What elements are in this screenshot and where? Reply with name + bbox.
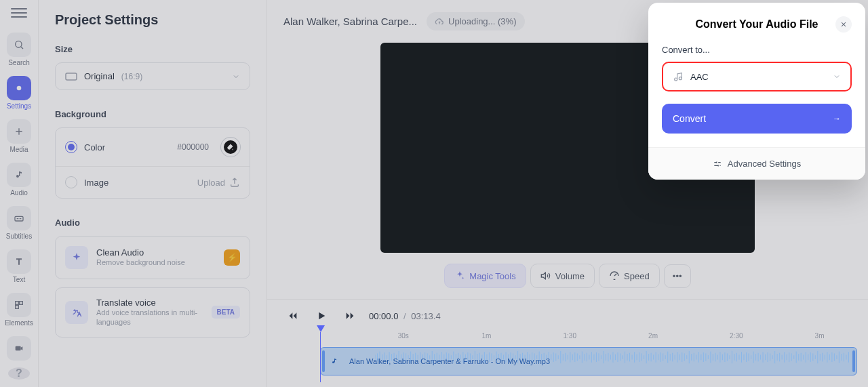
audio-label: Audio [55, 218, 250, 228]
media-icon [7, 119, 31, 144]
settings-panel: Project Settings Size Original (16:9) Ba… [39, 0, 267, 387]
clip-label: Alan Walker, Sabrina Carpenter & Farruko… [349, 357, 550, 365]
clean-audio-card[interactable]: Clean Audio Remove background noise ⚡ [55, 236, 250, 279]
cloud-upload-icon [435, 17, 444, 26]
track-area[interactable]: Alan Walker, Sabrina Carpenter & Farruko… [320, 344, 857, 378]
nav-record[interactable] [0, 333, 38, 363]
help-button[interactable]: ? [8, 367, 30, 380]
size-ratio: (16:9) [121, 72, 142, 81]
bg-image-row[interactable]: Image Upload [56, 167, 250, 198]
audio-clip[interactable]: Alan Walker, Sabrina Carpenter & Farruko… [320, 347, 857, 375]
speed-button[interactable]: Speed [599, 264, 660, 288]
play-button[interactable] [312, 306, 331, 325]
project-title[interactable]: Alan Walker, Sabrina Carpe... [283, 16, 417, 27]
nav-audio[interactable]: Audio [0, 160, 38, 199]
speed-icon [609, 270, 620, 281]
modal-title: Convert Your Audio File [678, 18, 835, 30]
nav-media[interactable]: Media [0, 117, 38, 156]
panel-title: Project Settings [55, 12, 250, 28]
nav-label: Search [8, 59, 30, 66]
nav-settings[interactable]: Settings [0, 73, 38, 113]
clean-sub: Remove background noise [96, 258, 216, 267]
advanced-label: Advanced Settings [728, 159, 801, 169]
audio-icon [7, 163, 31, 187]
clip-handle-right[interactable] [852, 350, 855, 372]
image-radio[interactable] [65, 176, 77, 188]
nav-elements[interactable]: Elements [0, 290, 38, 329]
volume-button[interactable]: Volume [530, 264, 595, 288]
convert-label: Convert to... [662, 45, 852, 55]
music-icon [330, 357, 338, 365]
ruler-tick: 3m [815, 332, 825, 340]
background-label: Background [55, 109, 250, 119]
translate-voice-card[interactable]: Translate voice Add voice translations i… [55, 287, 250, 338]
wand-icon [454, 270, 465, 281]
chevron-down-icon [833, 73, 841, 81]
upload-button[interactable]: Upload [197, 177, 240, 188]
size-label: Size [55, 44, 250, 54]
nav-sidebar: Search Settings Media Audio Subtitles [0, 0, 39, 387]
svg-rect-7 [66, 73, 77, 80]
svg-rect-2 [15, 216, 23, 221]
time-sep: / [403, 311, 406, 321]
svg-rect-4 [20, 302, 23, 305]
close-button[interactable] [835, 16, 852, 33]
skip-back-button[interactable] [283, 306, 302, 325]
nav-subtitles[interactable]: Subtitles [0, 203, 38, 243]
advanced-settings-button[interactable]: Advanced Settings [648, 147, 865, 180]
image-label: Image [84, 178, 108, 188]
fill-icon [226, 143, 235, 151]
more-button[interactable]: ••• [664, 264, 691, 288]
close-icon [840, 21, 847, 28]
volume-label: Volume [555, 271, 585, 281]
ruler-tick: 2:30 [730, 332, 743, 340]
ruler-tick: 30s [398, 332, 409, 340]
translate-sub: Add voice translations in multi-language… [96, 308, 203, 327]
svg-rect-5 [16, 306, 19, 309]
skip-forward-button[interactable] [340, 306, 359, 325]
nav-label: Elements [5, 319, 33, 327]
svg-rect-3 [16, 302, 19, 305]
upload-label: Upload [197, 178, 225, 188]
format-select[interactable]: AAC [662, 62, 852, 91]
menu-icon[interactable] [11, 8, 27, 18]
clean-title: Clean Audio [96, 247, 216, 258]
translate-title: Translate voice [96, 298, 203, 308]
tool-row: Magic Tools Volume Speed ••• [267, 253, 868, 299]
ruler[interactable]: 30s 1m 1:30 2m 2:30 3m [320, 332, 857, 344]
ruler-tick: 1:30 [564, 332, 576, 340]
nav-label: Settings [7, 102, 31, 110]
color-swatch[interactable] [221, 138, 240, 157]
nav-label: Text [13, 276, 25, 283]
chevron-down-icon [232, 73, 240, 81]
color-radio[interactable] [65, 141, 77, 153]
arrow-right-icon: → [833, 114, 841, 123]
nav-search[interactable]: Search [0, 30, 38, 69]
upload-status: Uploading... (3%) [427, 12, 524, 30]
ruler-tick: 2m [648, 332, 658, 340]
magic-tools-button[interactable]: Magic Tools [444, 264, 526, 288]
clip-handle-left[interactable] [322, 350, 325, 372]
convert-modal: Convert Your Audio File Convert to... AA… [648, 3, 865, 180]
size-select[interactable]: Original (16:9) [55, 62, 250, 90]
beta-badge: BETA [212, 306, 240, 319]
time-total: 03:13.4 [411, 311, 440, 321]
playhead[interactable] [320, 332, 321, 382]
nav-label: Media [9, 146, 28, 153]
aspect-icon [65, 73, 77, 81]
color-label: Color [84, 142, 105, 152]
text-icon [7, 249, 31, 274]
more-icon: ••• [673, 271, 682, 281]
svg-point-0 [16, 41, 22, 47]
color-hex: #000000 [177, 142, 209, 152]
convert-button[interactable]: Convert → [662, 104, 852, 134]
bg-color-row[interactable]: Color #000000 [56, 128, 250, 167]
translate-icon [65, 301, 88, 324]
sliders-icon [713, 159, 722, 169]
nav-text[interactable]: Text [0, 247, 38, 286]
speed-label: Speed [624, 271, 650, 281]
svg-rect-6 [16, 346, 21, 351]
time-current: 00:00.0 [369, 311, 398, 321]
size-option: Original [84, 71, 115, 81]
bolt-icon: ⚡ [224, 249, 240, 266]
